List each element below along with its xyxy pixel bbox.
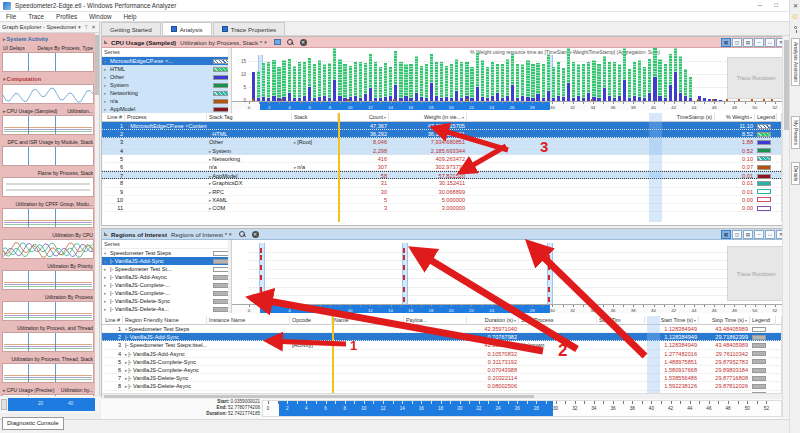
regions-chart[interactable]: Trace Rundown024681012141618202224262830… (232, 240, 788, 313)
graph-thumbnail[interactable] (2, 208, 94, 228)
table-row[interactable]: 2|- VanillaJS-Add-Sync0.707679821.128384… (102, 333, 781, 341)
expander-icon[interactable]: ▸ (125, 368, 127, 373)
table-view-button[interactable]: ▤ (743, 38, 753, 47)
series-row-speedometer-test-steps[interactable]: ▾Speedometer Test Steps (102, 249, 231, 257)
series-row--speedometer-test-st-[interactable]: ▸|- Speedometer Test St... (102, 265, 231, 273)
menu-trace[interactable]: Trace (22, 12, 50, 21)
column-header-start-tim[interactable]: Start Tim (597, 316, 645, 325)
chart-plot[interactable]: Trace Rundown (249, 55, 785, 101)
graph-view-button[interactable]: ▦ (721, 230, 731, 239)
diagnostic-console-button[interactable]: Diagnostic Console (2, 417, 64, 430)
column-header-duration-s-[interactable]: Duration (s) ▾ (467, 316, 519, 325)
column-header-stack-tag[interactable]: Stack Tag (207, 113, 292, 122)
table-row[interactable]: 5▸Networking416409.2634720.10 (102, 155, 781, 163)
tab-analysis-assistant[interactable]: Analysis Assistant (791, 38, 800, 86)
menu-window[interactable]: Window (83, 12, 117, 21)
table-row[interactable]: 7▸|- VanillaJS-Delete-Sync0.203221141.53… (102, 374, 781, 382)
graph-config-icon[interactable] (274, 39, 281, 45)
graph-thumbnail[interactable] (2, 84, 94, 104)
expander-icon[interactable]: ▸ (209, 157, 211, 162)
filter-remove-icon[interactable]: ✕ (300, 39, 307, 46)
main-scrollbar[interactable] (782, 36, 789, 418)
expander-icon[interactable]: ▸ (209, 198, 211, 203)
column-header-opcode[interactable]: Opcode (290, 316, 332, 325)
series-row--vanillajs-add-async[interactable]: ▸|- VanillaJS-Add-Async (102, 273, 231, 281)
split-view-button[interactable]: ◫ (732, 230, 742, 239)
graph-thumbnail[interactable] (2, 52, 94, 72)
maximize-button[interactable]: □ (768, 0, 784, 11)
tab-getting-started[interactable]: Getting Started (101, 22, 161, 35)
graph-thumbnail[interactable] (2, 332, 94, 352)
table-row[interactable]: 1▾MicrosoftEdgeCP.exe <Content...47,3674… (102, 122, 781, 130)
search-icon[interactable] (239, 231, 246, 238)
panel-minimize-button[interactable]: ─ (754, 230, 764, 239)
series-row-html[interactable]: ▸HTML (102, 65, 231, 73)
expander-icon[interactable]: ▸ (209, 190, 211, 195)
column-header-region-friendly-name[interactable]: Region Friendly Name (123, 316, 207, 325)
chart-x-axis[interactable]: 0246810121416182022242628303234363840424… (232, 304, 788, 313)
cpu-usage-chart[interactable]: % Weight using resource time as [TimeSta… (232, 48, 788, 113)
filter-remove-icon[interactable]: ✕ (252, 231, 259, 238)
tab-trace-properties[interactable]: Trace Properties (213, 22, 286, 35)
tab-details[interactable]: Details (791, 162, 800, 185)
expander-icon[interactable]: ▸ (125, 376, 127, 381)
table-hscrollbar[interactable] (102, 393, 783, 398)
panel-maximize-button[interactable]: □ (765, 230, 775, 239)
pin-icon[interactable]: ⊤ (83, 24, 90, 30)
column-header-timestamp-s-[interactable]: TimeStamp (s) (467, 113, 715, 122)
chart-x-axis[interactable]: 0246810121416182022242628303234363840424… (232, 101, 788, 110)
graph-thumbnail[interactable] (2, 115, 94, 135)
expander-icon[interactable]: ▸ (125, 360, 127, 365)
column-header-line-[interactable]: Line # (102, 113, 125, 122)
column-header-stack[interactable]: Stack (292, 113, 338, 122)
graph-explorer-scrollbar[interactable] (95, 33, 99, 396)
table-row[interactable]: 2▸HTML36,29236,121.6200518.52 (102, 130, 781, 138)
explorer-section-computation[interactable]: ▾ Computation (2, 74, 94, 83)
preset-dropdown-icon[interactable]: ▾ (229, 231, 232, 237)
feedback-smiley-icon[interactable]: ☺ (791, 12, 799, 21)
column-header-start-process[interactable]: Start Process (519, 316, 597, 325)
panel-maximize-button[interactable]: □ (765, 38, 775, 47)
menu-help[interactable]: Help (117, 12, 142, 21)
column-header-legend[interactable]: Legend (755, 113, 777, 122)
menu-profiles[interactable]: Profiles (50, 12, 83, 21)
table-row[interactable]: 8▸|- VanillaJS-Delete-Async0.080025061.5… (102, 382, 781, 390)
series-row-microsoftedgecp-exe-[interactable]: ▸MicrosoftEdgeCP.exe <... (102, 57, 231, 65)
search-icon[interactable] (287, 39, 294, 46)
expander-icon[interactable]: ▸ (125, 384, 127, 389)
tab-analysis[interactable]: Analysis (162, 22, 212, 35)
series-row-n-a[interactable]: ▸n/a (102, 97, 231, 105)
regions-panel-header[interactable]: Regions of Interest Regions of Interest … (102, 229, 788, 240)
column-header-instance-name[interactable]: Instance Name (207, 316, 290, 325)
table-row[interactable]: 3Other▸[Root]8,0467,934.6808511.88 (102, 138, 781, 146)
global-timeline-ruler[interactable]: 0246810121416182022242628303234363840424… (262, 400, 782, 417)
close-icon[interactable]: ✕ (90, 24, 97, 30)
table-row[interactable]: 10▸XAML55.0000000.00 (102, 196, 781, 204)
graph-view-button[interactable]: ▦ (721, 38, 731, 47)
frozen-column-splitter[interactable] (338, 113, 340, 222)
series-row-system[interactable]: ▸System (102, 81, 231, 89)
graph-thumbnail[interactable] (2, 146, 94, 166)
graph-thumbnail[interactable] (2, 363, 94, 383)
explorer-section-system-activity[interactable]: ▸ System Activity (2, 34, 94, 43)
close-icon[interactable]: ✕ (790, 2, 800, 9)
column-header--weight[interactable]: % Weight ▾ (715, 113, 755, 122)
series-row--vanillajs-complete-[interactable]: ▸|- VanillaJS-Complete-... (102, 281, 231, 289)
series-row--vanillajs-delete-as-[interactable]: ▸|- VanillaJS-Delete-As... (102, 305, 231, 313)
table-row[interactable]: 9▸RPC3030.0688990.01 (102, 188, 781, 196)
column-header-name[interactable]: Name (332, 316, 404, 325)
split-view-button[interactable]: ◫ (732, 38, 742, 47)
expander-icon[interactable]: ▸ (3, 387, 6, 393)
series-row--vanillajs-add-sync[interactable]: ▸|- VanillaJS-Add-Sync (102, 257, 231, 265)
series-row-appmodel[interactable]: ▸AppModel (102, 105, 231, 113)
series-row--vanillajs-complete-[interactable]: ▸|- VanillaJS-Complete-... (102, 289, 231, 297)
panel-minimize-button[interactable]: ─ (754, 38, 764, 47)
cpu-usage-panel-header[interactable]: CPU Usage (Sampled) Utilization by Proce… (102, 37, 788, 48)
series-row-other[interactable]: ▸Other (102, 73, 231, 81)
panel-preset[interactable]: Regions of Interest * (171, 231, 227, 238)
graph-thumbnail[interactable] (2, 270, 94, 290)
graph-thumbnail[interactable] (2, 177, 94, 197)
table-row[interactable]: 1▾Speedometer Test Steps42.359710401.128… (102, 325, 781, 333)
table-row[interactable]: 7▸AppModel5857.8215200.01 (102, 171, 781, 179)
preset-dropdown-icon[interactable]: ▾ (264, 39, 267, 45)
